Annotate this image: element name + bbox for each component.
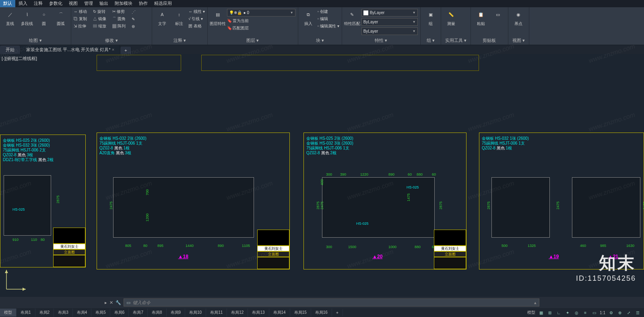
measure-button[interactable]: 📏测量 bbox=[444, 9, 459, 27]
panel-draw-caption[interactable]: 绘图 ▾ bbox=[2, 37, 68, 45]
viewport-controls[interactable]: [-][俯视][二维线框] bbox=[2, 56, 37, 62]
drawing-viewport[interactable]: [-][俯视][二维线框] 金钢板 HS-025 2张 (2600)金钢板 HS… bbox=[0, 54, 644, 294]
menu-管理[interactable]: 管理 bbox=[81, 0, 96, 7]
property-dropdown-2[interactable]: ByLayer▼ bbox=[361, 27, 418, 35]
close-command-icon[interactable]: ✕ bbox=[109, 300, 113, 305]
layout-tab-布局2[interactable]: 布局2 bbox=[35, 309, 54, 317]
text-button[interactable]: A文字 bbox=[155, 9, 170, 27]
modify-tool[interactable]: ⿻ 复制 bbox=[74, 16, 91, 22]
多段线-icon: ⌇ bbox=[21, 9, 33, 20]
draw-多段线[interactable]: ⌇ 多段线 bbox=[19, 9, 35, 27]
draw-圆[interactable]: ○ 圆 bbox=[36, 9, 52, 27]
match-properties-button[interactable]: ✎特性匹配 bbox=[345, 9, 360, 27]
layout-tab-布局8[interactable]: 布局8 bbox=[148, 309, 167, 317]
layout-tab-布局12[interactable]: 布局12 bbox=[227, 309, 248, 317]
customize-icon[interactable]: ☰ bbox=[634, 309, 641, 316]
menu-输出[interactable]: 输出 bbox=[96, 0, 111, 7]
layout-tab-布局13[interactable]: 布局13 bbox=[248, 309, 269, 317]
settings-icon[interactable]: ⚙ bbox=[608, 309, 614, 316]
draw-圆弧[interactable]: ⌒ 圆弧 bbox=[53, 9, 68, 27]
annotate-tool[interactable]: 囲 表格 bbox=[188, 23, 202, 29]
menu-默认[interactable]: 默认 bbox=[0, 0, 15, 7]
modify-tool[interactable]: ✎ bbox=[132, 17, 149, 21]
modify-tool[interactable]: ⇲ 拉伸 bbox=[74, 23, 91, 29]
draw-直线[interactable]: ／ 直线 bbox=[2, 9, 18, 27]
layout-tab-布局10[interactable]: 布局10 bbox=[185, 309, 206, 317]
layout-tab-布局6[interactable]: 布局6 bbox=[110, 309, 129, 317]
layer-tool[interactable]: 🔖 匹配图层 bbox=[227, 25, 249, 31]
material-label: HS-025 bbox=[407, 185, 419, 189]
modify-tool[interactable]: ↻ 旋转 bbox=[93, 9, 111, 15]
modify-tool[interactable]: ↔ 移动 bbox=[74, 9, 91, 15]
layout-tab-布局1[interactable]: 布局1 bbox=[17, 309, 35, 317]
layout-tab-布局16[interactable]: 布局16 bbox=[311, 309, 332, 317]
model-space-toggle[interactable]: 模型 bbox=[527, 310, 535, 315]
polar-icon[interactable]: ✦ bbox=[564, 309, 571, 316]
property-dropdown-0[interactable]: ByLayer▼ bbox=[361, 9, 418, 17]
annotate-tool[interactable]: ↔ 线性 ▾ bbox=[188, 9, 205, 15]
snap-icon[interactable]: ⊞ bbox=[547, 309, 553, 316]
layout-tab-布局4[interactable]: 布局4 bbox=[73, 309, 92, 317]
sheet-button[interactable]: ▭ bbox=[490, 9, 506, 21]
layer-properties-button[interactable]: ▤图层特性 bbox=[210, 9, 225, 27]
圆弧-icon: ⌒ bbox=[55, 9, 66, 20]
layout-tab-布局11[interactable]: 布局11 bbox=[206, 309, 227, 317]
new-tab-button[interactable]: + bbox=[120, 47, 131, 54]
command-menu-icon[interactable]: ▴ bbox=[534, 300, 537, 305]
isolate-icon[interactable]: ⊕ bbox=[617, 309, 623, 316]
cycling-icon[interactable]: ▭ bbox=[591, 309, 597, 316]
modify-tool[interactable]: ⌒ 圆角 bbox=[112, 16, 130, 22]
annotate-tool[interactable]: √ 引线 ▾ bbox=[188, 16, 203, 22]
recent-commands-icon[interactable]: ▸ bbox=[105, 300, 107, 305]
modify-tool[interactable]: ▦ 阵列 bbox=[112, 23, 130, 29]
menu-协作[interactable]: 协作 bbox=[136, 0, 151, 7]
lineweight-icon[interactable]: ≡ bbox=[582, 309, 588, 316]
menu-附加模块[interactable]: 附加模块 bbox=[111, 0, 136, 7]
modify-tool[interactable]: ⋰ bbox=[132, 10, 149, 14]
modify-tool[interactable]: ▤ 缩放 bbox=[93, 23, 111, 29]
fullscreen-icon[interactable]: ⤢ bbox=[625, 309, 632, 316]
直线-icon: ／ bbox=[4, 9, 16, 20]
modify-tool[interactable]: △ 镜像 bbox=[93, 16, 111, 22]
group-button[interactable]: ▣组 bbox=[423, 9, 438, 27]
block-tool[interactable]: ▫ 创建 bbox=[318, 9, 328, 15]
layout-tab-布局9[interactable]: 布局9 bbox=[167, 309, 186, 317]
layout-tab-布局7[interactable]: 布局7 bbox=[129, 309, 148, 317]
scale-display[interactable]: 1:1 bbox=[600, 311, 605, 315]
block-tool[interactable]: ▫ 编辑属性 ▾ bbox=[318, 23, 339, 29]
layout-tab-布局3[interactable]: 布局3 bbox=[54, 309, 73, 317]
tab-start[interactable]: 开始 bbox=[0, 46, 21, 54]
layer-dropdown[interactable]: 💡❄🔒● 0▼ bbox=[227, 9, 295, 17]
insert-block-button[interactable]: ⧉插入 bbox=[301, 9, 316, 27]
panel-view: ◉基点 视图 ▾ bbox=[508, 7, 529, 45]
basepoint-button[interactable]: ◉基点 bbox=[511, 9, 526, 27]
customize-command-icon[interactable]: 🔧 bbox=[116, 300, 121, 305]
menu-视图[interactable]: 视图 bbox=[66, 0, 81, 7]
layout-tab-布局14[interactable]: 布局14 bbox=[269, 309, 290, 317]
menu-精选应用[interactable]: 精选应用 bbox=[151, 0, 175, 7]
menu-插入[interactable]: 插入 bbox=[15, 0, 31, 7]
menu-参数化[interactable]: 参数化 bbox=[46, 0, 66, 7]
elevation bbox=[113, 177, 254, 238]
osnap-icon[interactable]: ◎ bbox=[573, 309, 580, 316]
modify-tool[interactable]: ⊜ bbox=[132, 24, 149, 29]
layout-tab-布局15[interactable]: 布局15 bbox=[290, 309, 311, 317]
close-tab-icon[interactable]: × bbox=[112, 47, 114, 52]
dim-icon: ↕ bbox=[173, 9, 185, 20]
menu-注释[interactable]: 注释 bbox=[31, 0, 46, 7]
panel-modify-caption[interactable]: 修改 ▾ bbox=[74, 37, 149, 45]
layout-tab-模型[interactable]: 模型 bbox=[0, 309, 17, 317]
dim-button[interactable]: ↕标注 bbox=[171, 9, 187, 27]
paste-button[interactable]: 📋粘贴 bbox=[473, 9, 489, 27]
watermark: www.znzmo.com bbox=[467, 111, 515, 133]
layout-tab-布局5[interactable]: 布局5 bbox=[91, 309, 110, 317]
grid-icon[interactable] bbox=[538, 309, 544, 316]
tab-document[interactable]: 家装全套施工图纸 平...水电 开关插座 灯具* × bbox=[21, 46, 120, 54]
ortho-icon[interactable]: ∟ bbox=[555, 309, 562, 316]
property-dropdown-1[interactable]: ByLayer▼ bbox=[361, 18, 418, 26]
command-input[interactable]: ▭ 键入命令 ▴ bbox=[124, 298, 539, 307]
layout-add-button[interactable]: + bbox=[332, 309, 343, 316]
block-tool[interactable]: ▫ 编辑 bbox=[318, 16, 328, 22]
layer-tool[interactable]: 🔖 置为当前 bbox=[227, 18, 249, 24]
modify-tool[interactable]: ✂ 修剪 bbox=[112, 9, 130, 15]
